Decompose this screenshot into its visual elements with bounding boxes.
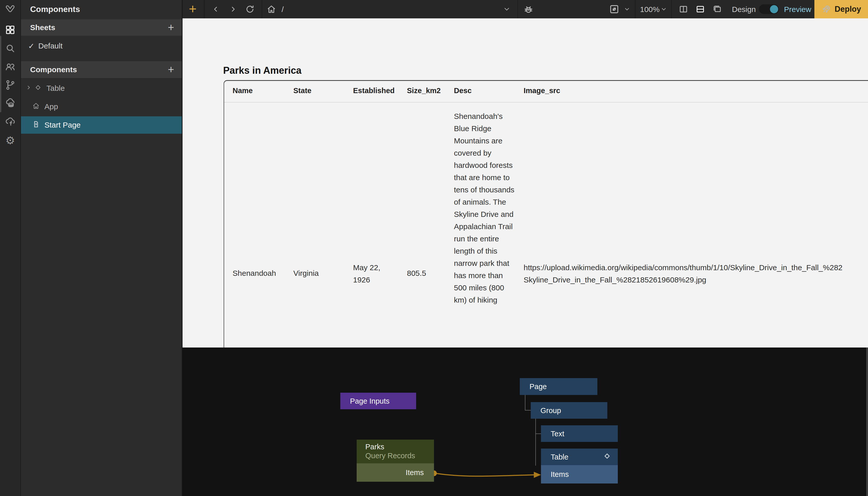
divider — [262, 0, 262, 18]
cell-desc[interactable]: Shenandoah's Blue Ridge Mountains are co… — [454, 110, 514, 306]
query-type: Query Records — [365, 452, 434, 460]
divider — [635, 0, 636, 18]
users-icon[interactable] — [4, 61, 16, 73]
sidebar-item-default-sheet[interactable]: ✓ Default — [21, 38, 182, 54]
settings-gear-icon[interactable]: ⚙ — [4, 135, 16, 146]
cell-image-src[interactable]: https://upload.wikimedia.org/wikipedia/c… — [523, 262, 842, 286]
file-icon — [32, 121, 40, 130]
divider — [517, 0, 518, 18]
node-label: Items — [551, 470, 569, 479]
node-page-inputs[interactable]: Page Inputs — [340, 393, 416, 409]
cell-name[interactable]: Shenandoah — [232, 267, 276, 279]
divider — [671, 0, 672, 18]
design-mode-label[interactable]: Design — [732, 5, 756, 14]
node-parks-query[interactable]: Parks Query Records Items — [357, 439, 434, 482]
graph-edges — [183, 347, 868, 496]
node-table-items-input[interactable]: Items — [541, 465, 618, 483]
zoom-level-dropdown[interactable]: 100% — [640, 5, 660, 14]
diamond-icon — [603, 452, 611, 462]
parks-items-port-row[interactable]: Items — [357, 463, 434, 482]
column-header-name[interactable]: Name — [232, 87, 253, 95]
sidebar-item-app[interactable]: App — [21, 98, 182, 115]
design-preview-toggle[interactable] — [759, 4, 779, 14]
column-header-established[interactable]: Established — [353, 87, 395, 95]
node-text[interactable]: Text — [541, 425, 618, 442]
diamond-icon — [34, 84, 42, 93]
node-page[interactable]: Page — [520, 378, 597, 395]
cloud-database-icon[interactable] — [4, 97, 16, 109]
panel-scrollbar[interactable] — [866, 347, 868, 496]
deploy-label: Deploy — [835, 4, 861, 14]
nav-back-button[interactable] — [211, 4, 220, 14]
sidebar-item-table[interactable]: Table — [21, 80, 182, 96]
node-table[interactable]: Table — [541, 449, 618, 465]
components-sidebar: Components Sheets + ✓ Default Components… — [21, 0, 183, 496]
stacked-windows-icon[interactable] — [712, 4, 722, 14]
node-label: Table — [551, 453, 568, 461]
node-label: Group — [540, 406, 561, 415]
deploy-button[interactable]: Deploy — [814, 0, 868, 18]
chevron-right-icon[interactable] — [25, 84, 32, 93]
git-branch-icon[interactable] — [4, 79, 16, 91]
add-button[interactable]: + — [187, 3, 198, 15]
page-title: Parks in America — [223, 65, 302, 76]
cell-state[interactable]: Virginia — [293, 267, 319, 279]
split-columns-icon[interactable] — [678, 4, 688, 14]
add-sheet-icon[interactable]: + — [168, 22, 174, 33]
component-name: App — [44, 102, 58, 111]
node-group[interactable]: Group — [531, 402, 607, 419]
component-name: Table — [46, 84, 65, 93]
divider — [204, 0, 204, 18]
sidebar-title: Components — [21, 0, 182, 18]
column-header-size-km2[interactable]: Size_km2 — [407, 87, 441, 95]
toggle-knob — [770, 5, 778, 13]
column-header-state[interactable]: State — [293, 87, 311, 95]
split-rows-icon[interactable] — [695, 4, 705, 14]
column-header-image-src[interactable]: Image_src — [523, 87, 560, 95]
add-component-icon[interactable]: + — [168, 64, 174, 75]
table-header-divider — [224, 102, 868, 103]
zoom-chevron-icon[interactable] — [660, 6, 667, 13]
debug-bug-icon[interactable] — [522, 3, 534, 15]
cloud-functions-icon[interactable] — [4, 116, 16, 127]
data-flow-panel: Page Inputs Parks Query Records Items Pa… — [183, 347, 868, 496]
node-label: Text — [551, 430, 564, 438]
home-page-button[interactable] — [266, 4, 276, 14]
query-name: Parks — [365, 443, 434, 451]
home-icon — [32, 102, 40, 111]
nav-forward-button[interactable] — [228, 4, 238, 14]
search-icon[interactable] — [4, 42, 16, 54]
app-logo-icon[interactable] — [4, 3, 16, 15]
app-window: ⚙ Components Sheets + ✓ Default Componen… — [0, 0, 868, 496]
page-selector-chevron-icon[interactable] — [503, 5, 511, 13]
parks-query-header: Parks Query Records — [357, 439, 434, 463]
sheet-name: Default — [38, 42, 63, 50]
node-label: Page Inputs — [350, 397, 390, 405]
fit-screen-chevron-icon[interactable] — [624, 6, 630, 13]
page-path[interactable]: / — [281, 5, 284, 14]
check-icon: ✓ — [28, 42, 38, 50]
components-label: Components — [30, 65, 77, 74]
fit-screen-icon[interactable] — [609, 4, 620, 15]
icon-rail: ⚙ — [0, 0, 21, 496]
refresh-button[interactable] — [245, 4, 255, 14]
cell-established[interactable]: May 22, 1926 — [353, 262, 386, 286]
column-header-desc[interactable]: Desc — [454, 87, 472, 95]
components-grid-icon[interactable] — [4, 24, 16, 36]
parks-table[interactable] — [224, 80, 868, 347]
preview-mode-label[interactable]: Preview — [784, 5, 811, 14]
node-label: Page — [530, 383, 547, 391]
sidebar-item-start-page[interactable]: Start Page — [21, 117, 182, 134]
output-port-label: Items — [406, 468, 424, 477]
image-url-line2: Skyline_Drive_in_the_Fall_%2821852619608… — [523, 274, 842, 286]
top-toolbar: + / 100% — [183, 0, 868, 18]
image-url-line1: https://upload.wikimedia.org/wikipedia/c… — [523, 262, 842, 274]
rail-scrollbar[interactable] — [0, 36, 1, 112]
cell-size-km2[interactable]: 805.5 — [407, 267, 426, 279]
components-section-header[interactable]: Components + — [21, 61, 182, 78]
sheets-section-header[interactable]: Sheets + — [21, 19, 182, 36]
sheets-label: Sheets — [30, 23, 55, 32]
preview-canvas: Parks in America Name State Established … — [183, 18, 868, 347]
component-name: Start Page — [44, 121, 81, 129]
rocket-icon — [821, 4, 832, 14]
